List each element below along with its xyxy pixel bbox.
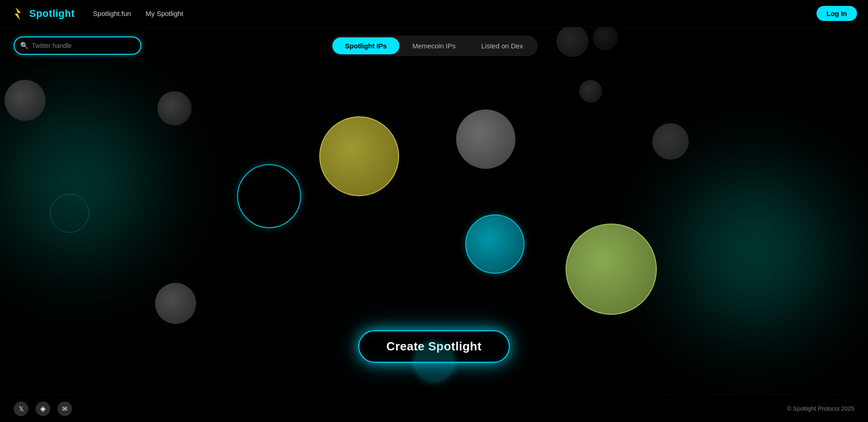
floating-circle-c8 <box>50 194 89 233</box>
login-button[interactable]: Log In <box>816 6 857 21</box>
search-container: 🔍 <box>14 36 141 55</box>
x-icon[interactable]: 𝕏 <box>14 401 28 416</box>
floating-circle-c11 <box>155 283 196 324</box>
floating-circle-c4 <box>456 109 515 169</box>
tab-spotlight-ips[interactable]: Spotlight IPs <box>332 37 400 54</box>
tab-listed-on-dex[interactable]: Listed on Dex <box>468 37 536 54</box>
search-icon: 🔍 <box>20 42 29 50</box>
nav-right: Log In <box>816 6 857 21</box>
footer-icons: 𝕏 ◈ ✉ <box>14 401 72 416</box>
floating-circle-c12 <box>593 25 618 50</box>
floating-circle-c10 <box>566 224 657 315</box>
search-box: 🔍 <box>14 36 141 55</box>
logo[interactable]: Spotlight <box>11 6 75 21</box>
create-spotlight-button[interactable]: Create Spotlight <box>358 330 510 363</box>
logo-text: Spotlight <box>29 8 75 20</box>
background-blob-left <box>0 68 192 297</box>
tab-bar: Spotlight IPs Memecoin IPs Listed on Dex <box>330 36 537 56</box>
create-button-container: Create Spotlight <box>358 330 510 363</box>
floating-circle-c9 <box>465 214 525 274</box>
email-icon[interactable]: ✉ <box>57 401 72 416</box>
floating-circle-c2 <box>157 91 192 125</box>
footer: 𝕏 ◈ ✉ © Spotlight Protocol 2025 <box>0 395 868 422</box>
floating-circle-c3 <box>319 116 399 196</box>
logo-icon <box>11 6 26 21</box>
discord-icon[interactable]: ◈ <box>36 401 50 416</box>
tab-memecoin-ips[interactable]: Memecoin IPs <box>400 37 468 54</box>
navbar: Spotlight Spotlight.fun My Spotlight Log… <box>0 0 868 27</box>
svg-marker-0 <box>15 7 21 20</box>
floating-circle-c7 <box>556 25 588 57</box>
nav-links: Spotlight.fun My Spotlight <box>93 10 816 17</box>
floating-circle-c13 <box>652 123 689 160</box>
floating-circle-c1 <box>5 80 46 121</box>
search-input[interactable] <box>14 36 141 55</box>
nav-spotlight-fun[interactable]: Spotlight.fun <box>93 10 131 17</box>
nav-my-spotlight[interactable]: My Spotlight <box>146 10 183 17</box>
copyright: © Spotlight Protocol 2025 <box>787 405 854 412</box>
floating-circle-c6 <box>579 80 602 103</box>
background-blob-right <box>640 137 868 365</box>
floating-circle-c5 <box>237 164 301 228</box>
